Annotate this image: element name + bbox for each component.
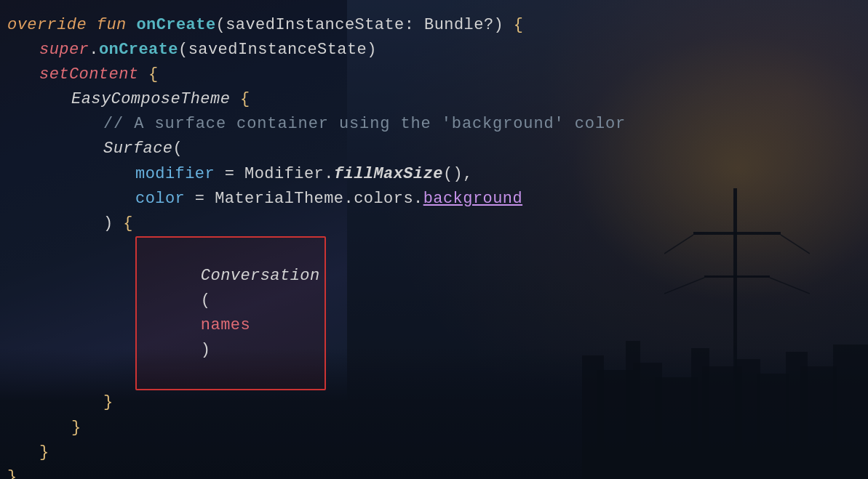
brace-open: { <box>123 212 133 236</box>
fn-oncreate: onCreate <box>136 13 215 38</box>
paren-close: ) <box>367 38 377 63</box>
space: = <box>215 162 244 187</box>
background-property: background <box>423 187 522 212</box>
paren-open: ( <box>201 291 211 310</box>
method-fillmaxsize: fillMaxSize <box>334 162 443 187</box>
code-line-1: override fun onCreate ( savedInstanceSta… <box>7 13 846 38</box>
modifier-class: Modifier <box>244 162 324 187</box>
code-line-8: color = MaterialTheme . colors . backgro… <box>7 187 846 212</box>
keyword-super: super <box>39 38 89 63</box>
paren-open: ( <box>173 137 183 161</box>
code-line-5: // A surface container using the 'backgr… <box>7 112 846 137</box>
brace-open: { <box>148 63 159 87</box>
code-line-4: EasyComposeTheme { <box>7 87 846 112</box>
brace-close-outer: } <box>7 465 17 479</box>
code-line-11: } <box>7 390 846 415</box>
brace-close-yellow: } <box>39 440 49 465</box>
surface-composable: Surface <box>103 137 173 161</box>
dot: . <box>89 38 99 63</box>
code-line-2: super . onCreate ( savedInstanceState ) <box>7 38 846 63</box>
conversation-param-names: names <box>201 316 250 334</box>
code-line-9: ) { <box>7 212 846 236</box>
conversation-call-highlighted: Conversation ( names ) <box>135 236 326 391</box>
code-line-13: } <box>7 440 846 465</box>
keyword-override: override <box>7 13 87 38</box>
dot: . <box>344 187 354 212</box>
space: = <box>185 187 215 212</box>
brace-close: } <box>103 390 114 415</box>
space <box>127 13 137 38</box>
comma: , <box>463 162 473 187</box>
param-savedinstance-val: savedInstanceState <box>188 38 367 63</box>
code-editor: override fun onCreate ( savedInstanceSta… <box>0 0 868 479</box>
param-modifier: modifier <box>135 162 215 187</box>
param-color: color <box>135 187 185 212</box>
fn-setcontent: setContent <box>39 63 138 87</box>
compose-theme-name: EasyComposeTheme <box>71 87 230 112</box>
comment-surface: // A surface container using the 'backgr… <box>103 112 626 137</box>
code-line-12: } <box>7 416 846 440</box>
paren-open: ( <box>216 13 226 38</box>
code-line-14: } <box>7 465 846 479</box>
code-line-7: modifier = Modifier . fillMaxSize () , <box>7 162 846 187</box>
param-savedinstance: savedInstanceState: Bundle? <box>226 13 493 38</box>
space <box>138 63 148 87</box>
paren: () <box>443 162 463 187</box>
code-line-6: Surface ( <box>7 137 846 161</box>
space <box>87 13 97 38</box>
paren-open: ( <box>178 38 188 63</box>
brace-open: { <box>240 87 250 112</box>
brace-open: { <box>514 13 524 38</box>
space <box>503 13 514 38</box>
keyword-fun: fun <box>97 13 127 38</box>
colors-ref: colors <box>354 187 413 212</box>
brace-close: } <box>71 416 81 440</box>
fn-oncreate-call: onCreate <box>99 38 178 63</box>
material-theme-ref: MaterialTheme <box>215 187 343 212</box>
dot: . <box>413 187 423 212</box>
paren-close: ) <box>103 212 114 236</box>
code-line-3: setContent { <box>7 63 846 87</box>
conversation-fn-name: Conversation <box>201 267 320 285</box>
dot: . <box>324 162 334 187</box>
paren-close: ) <box>201 341 211 359</box>
paren-close: ) <box>494 13 504 38</box>
space <box>114 212 124 236</box>
code-line-10: Conversation ( names ) <box>7 236 846 391</box>
space <box>230 87 240 112</box>
